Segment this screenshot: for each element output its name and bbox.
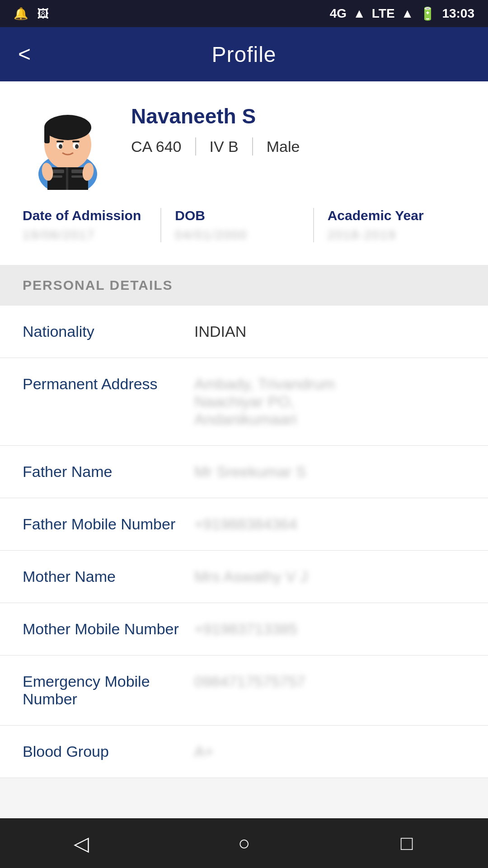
label-address: Permanent Address bbox=[23, 375, 194, 393]
bottom-navigation: ◁ ○ □ bbox=[0, 818, 488, 868]
value-mother-name: Mrs Aswathy V J bbox=[194, 568, 465, 585]
admission-value: 19/06/2017 bbox=[23, 228, 147, 242]
detail-row-emergency-mobile: Emergency Mobile Number 0984717575757 bbox=[0, 656, 488, 726]
label-father-name: Father Name bbox=[23, 463, 194, 481]
profile-top-section: Navaneeth S CA 640 IV B Male bbox=[23, 99, 465, 190]
nav-back-button[interactable]: ◁ bbox=[63, 825, 99, 861]
gender: Male bbox=[253, 138, 314, 156]
admission-row: Date of Admission 19/06/2017 DOB 04/01/2… bbox=[23, 208, 465, 242]
status-left-icons: 🔔 🖼 bbox=[14, 7, 49, 21]
value-address: Ambady, TrivandrumNaachiyar PO,Andanikum… bbox=[194, 375, 465, 428]
avatar bbox=[23, 99, 113, 190]
detail-row-mother-name: Mother Name Mrs Aswathy V J bbox=[0, 551, 488, 603]
svg-rect-13 bbox=[66, 167, 68, 190]
page-title: Profile bbox=[211, 42, 276, 67]
academic-year-value: 2018-2019 bbox=[328, 228, 452, 242]
detail-row-blood-group: Blood Group A+ bbox=[0, 726, 488, 778]
label-emergency-mobile: Emergency Mobile Number bbox=[23, 673, 194, 708]
detail-row-address: Permanent Address Ambady, TrivandrumNaac… bbox=[0, 358, 488, 446]
back-button[interactable]: < bbox=[18, 43, 31, 65]
academic-year-col: Academic Year 2018-2019 bbox=[314, 208, 465, 242]
nav-home-button[interactable]: ○ bbox=[226, 825, 262, 861]
detail-row-nationality: Nationality INDIAN bbox=[0, 306, 488, 358]
svg-rect-17 bbox=[71, 175, 84, 178]
label-father-mobile: Father Mobile Number bbox=[23, 515, 194, 533]
detail-row-mother-mobile: Mother Mobile Number +91983713385 bbox=[0, 603, 488, 656]
roll-number: CA 640 bbox=[131, 138, 195, 156]
value-blood-group: A+ bbox=[194, 743, 465, 760]
svg-rect-10 bbox=[56, 141, 64, 142]
personal-details-list: Nationality INDIAN Permanent Address Amb… bbox=[0, 306, 488, 778]
svg-rect-5 bbox=[44, 127, 50, 143]
admission-label: Date of Admission bbox=[23, 208, 147, 223]
app-bar: < Profile bbox=[0, 27, 488, 81]
value-mother-mobile: +91983713385 bbox=[194, 620, 465, 638]
dob-col: DOB 04/01/2000 bbox=[161, 208, 313, 242]
status-bar: 🔔 🖼 4G ▲ LTE ▲ 🔋 13:03 bbox=[0, 0, 488, 27]
dob-value: 04/01/2000 bbox=[175, 228, 299, 242]
label-mother-mobile: Mother Mobile Number bbox=[23, 620, 194, 638]
profile-info: Navaneeth S CA 640 IV B Male bbox=[131, 99, 465, 156]
profile-card: Navaneeth S CA 640 IV B Male Date of Adm… bbox=[0, 81, 488, 265]
lte-signal-bar-icon: ▲ bbox=[401, 6, 414, 21]
label-blood-group: Blood Group bbox=[23, 743, 194, 760]
time-display: 13:03 bbox=[442, 6, 474, 21]
student-meta: CA 640 IV B Male bbox=[131, 137, 465, 156]
student-name: Navaneeth S bbox=[131, 104, 465, 128]
value-father-name: Mr Sreekumar S bbox=[194, 463, 465, 481]
label-mother-name: Mother Name bbox=[23, 568, 194, 585]
admission-col: Date of Admission 19/06/2017 bbox=[23, 208, 160, 242]
photo-icon: 🖼 bbox=[37, 7, 49, 21]
svg-rect-11 bbox=[72, 141, 80, 142]
value-nationality: INDIAN bbox=[194, 323, 465, 340]
label-nationality: Nationality bbox=[23, 323, 194, 340]
nav-recent-button[interactable]: □ bbox=[389, 825, 425, 861]
svg-point-8 bbox=[59, 144, 62, 149]
dob-label: DOB bbox=[175, 208, 299, 223]
section: IV B bbox=[196, 138, 252, 156]
notification-icon: 🔔 bbox=[14, 7, 28, 21]
personal-details-title: PERSONAL DETAILS bbox=[23, 278, 173, 292]
value-emergency-mobile: 0984717575757 bbox=[194, 673, 465, 690]
detail-row-father-mobile: Father Mobile Number +91988384364 bbox=[0, 498, 488, 551]
battery-icon: 🔋 bbox=[420, 6, 436, 21]
value-father-mobile: +91988384364 bbox=[194, 515, 465, 533]
detail-row-father-name: Father Name Mr Sreekumar S bbox=[0, 446, 488, 498]
svg-point-4 bbox=[44, 115, 91, 140]
lte-label: LTE bbox=[372, 6, 395, 21]
status-right-info: 4G ▲ LTE ▲ 🔋 13:03 bbox=[330, 6, 474, 21]
personal-details-section-header: PERSONAL DETAILS bbox=[0, 265, 488, 306]
signal-4g: 4G bbox=[330, 6, 347, 21]
signal-bar-icon: ▲ bbox=[353, 6, 366, 21]
academic-year-label: Academic Year bbox=[328, 208, 452, 223]
svg-point-9 bbox=[75, 144, 79, 149]
